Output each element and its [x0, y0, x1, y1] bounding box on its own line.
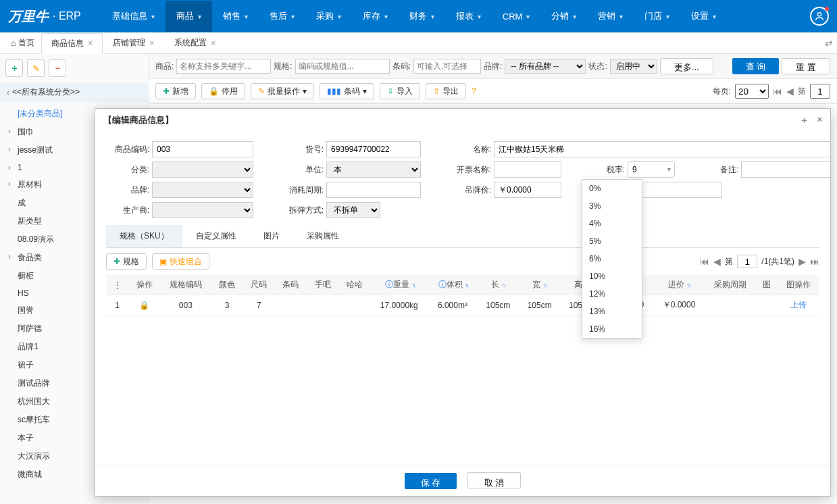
sub-tab-purchase[interactable]: 采购属性 [293, 225, 353, 247]
nav-aftersale[interactable]: 售后 [259, 1, 305, 32]
th-length[interactable]: 长 [478, 275, 519, 295]
nav-basic[interactable]: 基础信息 [101, 1, 166, 32]
close-icon[interactable]: × [211, 39, 215, 48]
tax-option[interactable]: 6% [582, 250, 642, 268]
lock-icon: 🔒 [209, 86, 219, 96]
code-input[interactable] [152, 141, 253, 157]
modal-title: 【编辑商品信息】 [103, 114, 174, 126]
nav-sales[interactable]: 销售 [212, 1, 259, 32]
filter-more-button[interactable]: 更多... [660, 58, 713, 74]
tax-option[interactable]: 0% [582, 180, 642, 197]
sidebar-header[interactable]: <<所有系统分类>> [0, 82, 148, 102]
per-page-select[interactable]: 20 [735, 84, 769, 99]
logo: 万里牛 [8, 7, 49, 26]
producer-label: 生产商: [106, 205, 152, 216]
user-avatar[interactable] [810, 7, 829, 26]
nav-purchase[interactable]: 采购 [305, 1, 352, 32]
save-button[interactable]: 保 存 [405, 473, 457, 489]
nav-stock[interactable]: 库存 [352, 1, 399, 32]
filter-product-input[interactable] [176, 59, 271, 74]
tab-system-config[interactable]: 系统配置 × [164, 32, 226, 53]
close-icon[interactable]: × [88, 39, 93, 48]
th-weight[interactable]: ⓘ重量 [370, 275, 428, 295]
th-width[interactable]: 宽 [519, 275, 560, 295]
th-cost[interactable]: 进价 [653, 275, 705, 295]
tab-product-info[interactable]: 商品信息 × [41, 33, 103, 54]
disable-button[interactable]: 🔒停用 [201, 83, 245, 99]
pager-first-icon[interactable]: ⏮ [773, 86, 782, 97]
sku-page-input[interactable] [737, 255, 757, 268]
cell-imgop[interactable]: 上传 [778, 295, 819, 316]
unit-select[interactable]: 本 [326, 161, 421, 178]
import-button[interactable]: ⇩导入 [380, 83, 420, 99]
chevron-down-icon[interactable]: ▾ [667, 166, 671, 173]
sidebar-add-button[interactable]: ＋ [5, 59, 23, 77]
th-menu[interactable]: ⋮ [106, 275, 128, 295]
pager-prev-icon[interactable]: ◀ [786, 86, 794, 97]
filter-barcode-input[interactable] [413, 59, 481, 74]
search-button[interactable]: 查 询 [732, 58, 780, 74]
cell-img [756, 295, 778, 316]
consume-input[interactable] [326, 182, 421, 198]
cancel-button[interactable]: 取 消 [467, 472, 522, 488]
split-select[interactable]: 不拆单 [326, 202, 380, 218]
producer-select[interactable] [152, 202, 253, 218]
modal-add-icon[interactable]: ＋ [800, 114, 809, 126]
brand-select[interactable] [152, 182, 253, 198]
tax-option[interactable]: 16% [582, 320, 642, 338]
page-input[interactable] [810, 84, 830, 99]
nav-finance[interactable]: 财务 [399, 1, 445, 32]
name-input[interactable] [494, 141, 830, 157]
nav-product[interactable]: 商品 [166, 1, 212, 32]
new-button[interactable]: ✚新增 [155, 83, 196, 99]
modal-close-icon[interactable]: × [817, 114, 822, 126]
pager-first-icon[interactable]: ⏮ [700, 256, 709, 267]
nav-report[interactable]: 报表 [445, 1, 492, 32]
lock-icon: 🔒 [139, 301, 149, 310]
add-spec-button[interactable]: ✚规格 [106, 253, 147, 270]
tax-option[interactable]: 4% [582, 215, 642, 232]
sidebar-edit-button[interactable]: ✎ [27, 59, 45, 77]
help-icon[interactable]: ? [472, 86, 476, 96]
tax-option[interactable]: 10% [582, 268, 642, 285]
pager-last-icon[interactable]: ⏭ [810, 256, 819, 267]
tax-option[interactable]: 5% [582, 232, 642, 250]
tax-option[interactable]: 3% [582, 197, 642, 215]
huohao-input[interactable] [326, 141, 421, 157]
sidebar-delete-button[interactable]: － [49, 59, 66, 77]
nav-marketing[interactable]: 营销 [587, 1, 634, 32]
sub-tab-custom[interactable]: 自定义属性 [182, 225, 250, 247]
code-label: 商品编码: [106, 144, 152, 155]
export-button[interactable]: ⇧导出 [426, 83, 466, 99]
filter-brand-select[interactable]: -- 所有品牌 -- [505, 59, 586, 74]
tab-home[interactable]: ⌂ 首页 [4, 33, 41, 53]
pager-next-icon[interactable]: ▶ [798, 256, 806, 267]
th-volume[interactable]: ⓘ体积 [428, 275, 477, 295]
quick-combo-button[interactable]: ▣快速组合 [152, 253, 209, 270]
close-icon[interactable]: × [149, 39, 154, 48]
nav-crm[interactable]: CRM [492, 1, 541, 32]
pager-prev-icon[interactable]: ◀ [713, 256, 721, 267]
filter-status-select[interactable]: 启用中 [610, 59, 657, 74]
filter-spec-label: 规格: [274, 61, 292, 72]
nav-settings[interactable]: 设置 [680, 1, 727, 32]
tab-shop-manage[interactable]: 店铺管理 × [103, 32, 164, 53]
sub-tab-sku[interactable]: 规格（SKU） [106, 225, 182, 247]
nav-distribution[interactable]: 分销 [540, 1, 587, 32]
svg-point-0 [817, 13, 821, 16]
sub-tab-image[interactable]: 图片 [250, 225, 293, 247]
invoice-name-input[interactable] [494, 161, 561, 178]
tax-option[interactable]: 12% [582, 285, 642, 303]
category-select[interactable] [152, 161, 253, 178]
consume-label: 消耗周期: [280, 184, 326, 196]
tax-option[interactable]: 13% [582, 303, 642, 320]
barcode-button[interactable]: ▮▮▮条码 ▾ [320, 83, 374, 99]
tabs-swap-icon[interactable]: ⇄ [825, 38, 833, 49]
nav-store[interactable]: 门店 [634, 1, 680, 32]
reset-button[interactable]: 重 置 [782, 58, 830, 74]
batch-button[interactable]: ✎批量操作 ▾ [251, 83, 314, 99]
tag-price-input[interactable] [494, 182, 561, 198]
remark-input[interactable] [741, 161, 830, 178]
filter-spec-input[interactable] [295, 59, 390, 74]
cell-op[interactable]: 🔒 [128, 295, 160, 316]
